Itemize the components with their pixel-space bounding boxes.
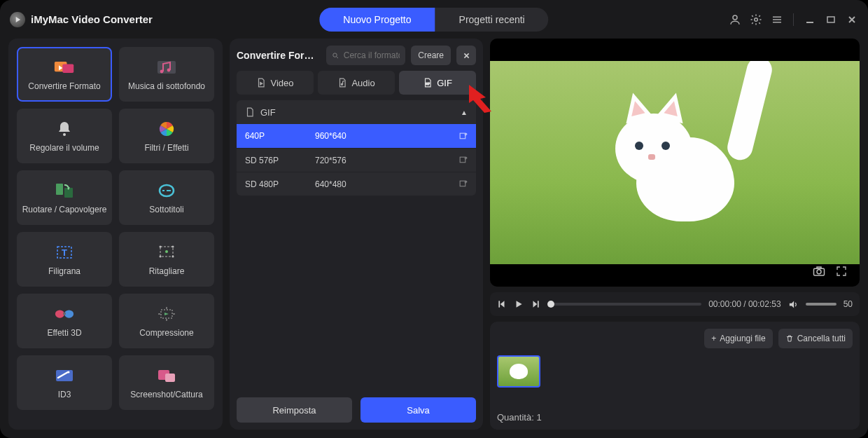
add-file-button[interactable]: + Aggiungi file (704, 329, 772, 348)
tool-effects-3d[interactable]: Effetti 3D (17, 294, 112, 348)
tool-subtitles[interactable]: Sottotitoli (119, 170, 214, 225)
edit-resolution-icon[interactable] (458, 132, 468, 141)
window-close[interactable] (846, 13, 858, 26)
edit-resolution-icon[interactable] (458, 179, 468, 189)
save-button[interactable]: Salva (360, 397, 476, 423)
preview-frame-content (594, 77, 755, 231)
svg-marker-33 (164, 313, 169, 315)
subtitles-icon (156, 181, 177, 200)
svg-rect-37 (165, 374, 175, 382)
tool-label: Ruotare / Capovolgere (22, 205, 107, 214)
tool-convert-format[interactable]: Convertire Formato (17, 47, 112, 102)
tool-adjust-volume[interactable]: Regolare il volume (17, 109, 112, 163)
tool-label: Convertire Formato (28, 81, 100, 91)
resolution-row[interactable]: SD 480P 640*480 (237, 172, 476, 196)
svg-rect-45 (460, 133, 465, 139)
volume-value: 50 (844, 299, 853, 309)
tab-recent-projects[interactable]: Progetti recenti (435, 8, 549, 32)
gear-icon[interactable] (750, 13, 762, 26)
format-tab-gif[interactable]: GIF GIF (399, 71, 476, 95)
format-group: GIF ▲ 640P 960*640 SD 576P 720*576 (237, 100, 476, 196)
audio-file-icon (337, 78, 347, 88)
user-icon[interactable] (729, 13, 741, 26)
svg-point-26 (172, 246, 174, 248)
tool-compression[interactable]: Compressione (119, 294, 214, 348)
svg-text:T: T (62, 247, 67, 258)
time-display: 00:00:00 / 00:02:53 (708, 299, 780, 309)
tool-filters-effects[interactable]: Filtri / Effetti (119, 109, 214, 163)
svg-point-38 (333, 53, 337, 56)
gif-file-icon: GIF (423, 78, 433, 88)
file-thumbnail[interactable] (497, 355, 540, 388)
id3-icon (54, 366, 75, 385)
search-input[interactable] (344, 50, 400, 60)
format-search[interactable] (326, 46, 405, 65)
tool-crop[interactable]: Ritagliare (119, 232, 214, 287)
svg-point-28 (172, 256, 174, 258)
reset-button[interactable]: Reimposta (237, 397, 352, 423)
chevron-up-icon: ▲ (461, 109, 468, 116)
window-minimize[interactable] (804, 13, 816, 26)
svg-rect-56 (538, 301, 539, 307)
svg-rect-46 (460, 157, 465, 163)
svg-marker-52 (500, 301, 505, 307)
format-tab-video[interactable]: Video (237, 71, 314, 95)
create-button[interactable]: Creare (411, 46, 451, 65)
tool-id3[interactable]: ID3 (17, 355, 112, 410)
svg-point-24 (165, 250, 168, 253)
window-maximize[interactable] (825, 13, 837, 26)
prev-button[interactable] (497, 299, 507, 309)
volume-button[interactable] (788, 299, 799, 310)
watermark-icon: T (54, 242, 75, 262)
resolution-row[interactable]: SD 576P 720*576 (237, 148, 476, 172)
panel-title: Convertire Forma... (237, 50, 321, 61)
format-tab-audio[interactable]: Audio (318, 71, 395, 95)
svg-point-35 (68, 371, 70, 374)
next-button[interactable] (531, 299, 540, 309)
svg-rect-53 (498, 301, 500, 307)
project-tabs: Nuovo Progetto Progetti recenti (319, 8, 548, 32)
tool-background-music[interactable]: Musica di sottofondo (119, 47, 214, 102)
color-wheel-icon (156, 119, 177, 139)
fullscreen-button[interactable] (832, 263, 851, 280)
quantity-display: Quantità: 1 (497, 412, 853, 423)
app-title: iMyMac Video Converter (31, 13, 153, 25)
rotate-icon (54, 181, 75, 200)
close-panel-button[interactable] (456, 46, 476, 65)
svg-marker-54 (517, 301, 522, 307)
svg-marker-0 (16, 16, 20, 22)
play-button[interactable] (514, 299, 524, 309)
search-icon (332, 51, 340, 60)
resolution-row[interactable]: 640P 960*640 (237, 124, 476, 148)
svg-rect-11 (62, 64, 74, 73)
convert-format-icon (54, 57, 75, 77)
tool-screenshot[interactable]: Screenshot/Cattura (119, 355, 214, 410)
clear-all-button[interactable]: Cancella tutti (778, 329, 853, 348)
glasses-3d-icon (54, 304, 75, 324)
tool-label: Compressione (139, 328, 193, 338)
file-panel: + Aggiungi file Cancella tutti Quantità:… (490, 322, 860, 430)
svg-rect-51 (817, 267, 821, 268)
edit-resolution-icon[interactable] (458, 156, 468, 165)
menu-icon[interactable] (771, 13, 783, 26)
progress-bar[interactable] (547, 303, 701, 306)
tool-label: ID3 (58, 390, 71, 399)
snapshot-button[interactable] (809, 263, 829, 280)
tool-watermark[interactable]: T Filigrana (17, 232, 112, 287)
svg-point-29 (55, 310, 64, 317)
tab-new-project[interactable]: Nuovo Progetto (319, 8, 435, 32)
svg-marker-57 (790, 301, 794, 308)
tool-rotate-flip[interactable]: Ruotare / Capovolgere (17, 170, 112, 225)
fullscreen-icon (836, 266, 847, 277)
format-panel: Convertire Forma... Creare Video Audio (230, 39, 483, 430)
volume-slider[interactable] (806, 303, 836, 306)
compression-icon (156, 304, 177, 324)
music-icon (156, 57, 177, 77)
tool-label: Ritagliare (149, 266, 185, 276)
svg-point-25 (160, 246, 162, 248)
format-group-header[interactable]: GIF ▲ (237, 100, 476, 124)
trash-icon (785, 334, 794, 343)
tool-label: Filigrana (48, 266, 80, 276)
play-icon (514, 299, 524, 309)
tool-label: Sottotitoli (149, 205, 183, 214)
